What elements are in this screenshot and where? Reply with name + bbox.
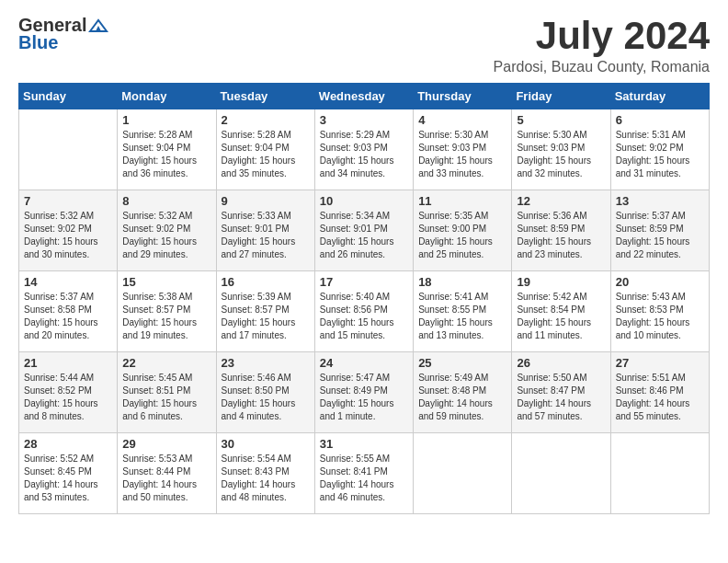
day-number: 18 — [418, 275, 506, 289]
calendar-table: SundayMondayTuesdayWednesdayThursdayFrid… — [18, 83, 710, 514]
day-info: Sunrise: 5:33 AM Sunset: 9:01 PM Dayligh… — [222, 210, 310, 261]
calendar-cell — [19, 109, 118, 190]
day-number: 10 — [320, 194, 408, 208]
day-info: Sunrise: 5:39 AM Sunset: 8:57 PM Dayligh… — [222, 291, 310, 342]
calendar-cell: 14Sunrise: 5:37 AM Sunset: 8:58 PM Dayli… — [19, 271, 118, 352]
calendar-cell: 1Sunrise: 5:28 AM Sunset: 9:04 PM Daylig… — [118, 109, 216, 190]
calendar-cell: 23Sunrise: 5:46 AM Sunset: 8:50 PM Dayli… — [216, 352, 314, 433]
day-info: Sunrise: 5:52 AM Sunset: 8:45 PM Dayligh… — [24, 453, 112, 504]
calendar-cell — [512, 433, 610, 514]
day-number: 15 — [122, 275, 210, 289]
calendar-cell — [610, 433, 709, 514]
day-number: 26 — [517, 356, 605, 370]
day-number: 13 — [616, 194, 704, 208]
day-info: Sunrise: 5:28 AM Sunset: 9:04 PM Dayligh… — [122, 129, 210, 180]
calendar-cell — [414, 433, 512, 514]
day-info: Sunrise: 5:41 AM Sunset: 8:55 PM Dayligh… — [418, 291, 506, 342]
day-info: Sunrise: 5:53 AM Sunset: 8:44 PM Dayligh… — [122, 453, 210, 504]
day-number: 7 — [24, 194, 112, 208]
day-info: Sunrise: 5:30 AM Sunset: 9:03 PM Dayligh… — [418, 129, 506, 180]
calendar-cell: 21Sunrise: 5:44 AM Sunset: 8:52 PM Dayli… — [19, 352, 118, 433]
page-header: General Blue July 2024 Pardosi, Buzau Co… — [18, 15, 710, 75]
calendar-week-3: 21Sunrise: 5:44 AM Sunset: 8:52 PM Dayli… — [19, 352, 710, 433]
header-cell-tuesday: Tuesday — [216, 84, 314, 109]
day-info: Sunrise: 5:29 AM Sunset: 9:03 PM Dayligh… — [320, 129, 408, 180]
calendar-week-2: 14Sunrise: 5:37 AM Sunset: 8:58 PM Dayli… — [19, 271, 710, 352]
calendar-cell: 27Sunrise: 5:51 AM Sunset: 8:46 PM Dayli… — [610, 352, 709, 433]
day-info: Sunrise: 5:44 AM Sunset: 8:52 PM Dayligh… — [24, 372, 112, 423]
calendar-cell: 22Sunrise: 5:45 AM Sunset: 8:51 PM Dayli… — [118, 352, 216, 433]
day-number: 8 — [122, 194, 210, 208]
day-info: Sunrise: 5:30 AM Sunset: 9:03 PM Dayligh… — [517, 129, 605, 180]
calendar-cell: 15Sunrise: 5:38 AM Sunset: 8:57 PM Dayli… — [118, 271, 216, 352]
day-info: Sunrise: 5:37 AM Sunset: 8:58 PM Dayligh… — [24, 291, 112, 342]
calendar-week-1: 7Sunrise: 5:32 AM Sunset: 9:02 PM Daylig… — [19, 190, 710, 271]
day-info: Sunrise: 5:37 AM Sunset: 8:59 PM Dayligh… — [616, 210, 704, 261]
day-info: Sunrise: 5:31 AM Sunset: 9:02 PM Dayligh… — [616, 129, 704, 180]
day-number: 23 — [222, 356, 310, 370]
calendar-cell: 11Sunrise: 5:35 AM Sunset: 9:00 PM Dayli… — [414, 190, 512, 271]
day-number: 22 — [122, 356, 210, 370]
day-number: 29 — [122, 437, 210, 451]
calendar-cell: 24Sunrise: 5:47 AM Sunset: 8:49 PM Dayli… — [314, 352, 413, 433]
day-number: 21 — [24, 356, 112, 370]
day-info: Sunrise: 5:38 AM Sunset: 8:57 PM Dayligh… — [122, 291, 210, 342]
calendar-cell: 6Sunrise: 5:31 AM Sunset: 9:02 PM Daylig… — [610, 109, 709, 190]
logo-icon — [88, 18, 108, 33]
day-info: Sunrise: 5:36 AM Sunset: 8:59 PM Dayligh… — [517, 210, 605, 261]
calendar-cell: 9Sunrise: 5:33 AM Sunset: 9:01 PM Daylig… — [216, 190, 314, 271]
svg-marker-1 — [96, 26, 101, 31]
day-info: Sunrise: 5:34 AM Sunset: 9:01 PM Dayligh… — [320, 210, 408, 261]
calendar-cell: 19Sunrise: 5:42 AM Sunset: 8:54 PM Dayli… — [512, 271, 610, 352]
calendar-cell: 20Sunrise: 5:43 AM Sunset: 8:53 PM Dayli… — [610, 271, 709, 352]
day-info: Sunrise: 5:43 AM Sunset: 8:53 PM Dayligh… — [616, 291, 704, 342]
header-cell-saturday: Saturday — [610, 84, 709, 109]
title-area: July 2024 Pardosi, Buzau County, Romania — [494, 15, 710, 75]
calendar-cell: 31Sunrise: 5:55 AM Sunset: 8:41 PM Dayli… — [314, 433, 413, 514]
calendar-week-0: 1Sunrise: 5:28 AM Sunset: 9:04 PM Daylig… — [19, 109, 710, 190]
header-cell-monday: Monday — [118, 84, 216, 109]
day-number: 24 — [320, 356, 408, 370]
day-number: 30 — [222, 437, 310, 451]
day-info: Sunrise: 5:54 AM Sunset: 8:43 PM Dayligh… — [222, 453, 310, 504]
calendar-cell: 25Sunrise: 5:49 AM Sunset: 8:48 PM Dayli… — [414, 352, 512, 433]
day-info: Sunrise: 5:46 AM Sunset: 8:50 PM Dayligh… — [222, 372, 310, 423]
day-number: 25 — [418, 356, 506, 370]
calendar-cell: 16Sunrise: 5:39 AM Sunset: 8:57 PM Dayli… — [216, 271, 314, 352]
calendar-cell: 8Sunrise: 5:32 AM Sunset: 9:02 PM Daylig… — [118, 190, 216, 271]
day-number: 9 — [222, 194, 310, 208]
day-number: 3 — [320, 113, 408, 127]
day-info: Sunrise: 5:28 AM Sunset: 9:04 PM Dayligh… — [222, 129, 310, 180]
calendar-cell: 3Sunrise: 5:29 AM Sunset: 9:03 PM Daylig… — [314, 109, 413, 190]
header-cell-wednesday: Wednesday — [314, 84, 413, 109]
calendar-body: 1Sunrise: 5:28 AM Sunset: 9:04 PM Daylig… — [19, 109, 710, 514]
day-info: Sunrise: 5:49 AM Sunset: 8:48 PM Dayligh… — [418, 372, 506, 423]
day-info: Sunrise: 5:35 AM Sunset: 9:00 PM Dayligh… — [418, 210, 506, 261]
day-number: 6 — [616, 113, 704, 127]
day-number: 19 — [517, 275, 605, 289]
day-info: Sunrise: 5:45 AM Sunset: 8:51 PM Dayligh… — [122, 372, 210, 423]
day-info: Sunrise: 5:32 AM Sunset: 9:02 PM Dayligh… — [24, 210, 112, 261]
day-number: 27 — [616, 356, 704, 370]
header-cell-sunday: Sunday — [19, 84, 118, 109]
logo: General Blue — [18, 15, 110, 53]
calendar-cell: 7Sunrise: 5:32 AM Sunset: 9:02 PM Daylig… — [19, 190, 118, 271]
calendar-cell: 10Sunrise: 5:34 AM Sunset: 9:01 PM Dayli… — [314, 190, 413, 271]
day-number: 31 — [320, 437, 408, 451]
day-info: Sunrise: 5:42 AM Sunset: 8:54 PM Dayligh… — [517, 291, 605, 342]
calendar-cell: 26Sunrise: 5:50 AM Sunset: 8:47 PM Dayli… — [512, 352, 610, 433]
calendar-cell: 29Sunrise: 5:53 AM Sunset: 8:44 PM Dayli… — [118, 433, 216, 514]
calendar-cell: 30Sunrise: 5:54 AM Sunset: 8:43 PM Dayli… — [216, 433, 314, 514]
month-title: July 2024 — [494, 15, 710, 57]
day-number: 14 — [24, 275, 112, 289]
day-number: 11 — [418, 194, 506, 208]
day-info: Sunrise: 5:40 AM Sunset: 8:56 PM Dayligh… — [320, 291, 408, 342]
day-info: Sunrise: 5:51 AM Sunset: 8:46 PM Dayligh… — [616, 372, 704, 423]
calendar-cell: 18Sunrise: 5:41 AM Sunset: 8:55 PM Dayli… — [414, 271, 512, 352]
location-subtitle: Pardosi, Buzau County, Romania — [494, 59, 710, 75]
day-info: Sunrise: 5:32 AM Sunset: 9:02 PM Dayligh… — [122, 210, 210, 261]
header-row: SundayMondayTuesdayWednesdayThursdayFrid… — [19, 84, 710, 109]
day-number: 20 — [616, 275, 704, 289]
day-number: 12 — [517, 194, 605, 208]
calendar-cell: 2Sunrise: 5:28 AM Sunset: 9:04 PM Daylig… — [216, 109, 314, 190]
